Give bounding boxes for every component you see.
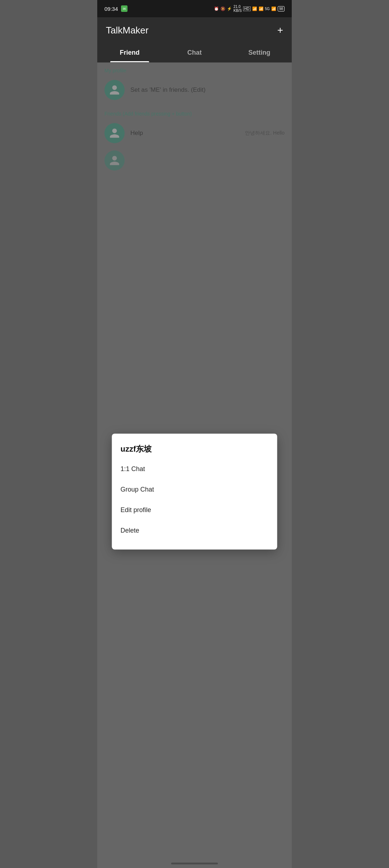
tab-setting[interactable]: Setting: [227, 43, 292, 62]
app-bar: TalkMaker +: [97, 17, 292, 43]
context-menu-item-group-chat[interactable]: Group Chat: [121, 479, 269, 500]
data-speed: 21.0KB/S: [233, 5, 242, 13]
app-title: TalkMaker: [106, 25, 148, 36]
context-menu-title: uzzf东坡: [121, 444, 269, 455]
signal-icon: 📶: [259, 6, 264, 11]
add-button[interactable]: +: [277, 25, 283, 35]
alarm-icon: ⏰: [214, 6, 219, 11]
context-menu-item-delete[interactable]: Delete: [121, 520, 269, 541]
status-icons: ⏰ 🔕 ⚡ 21.0KB/S HD 📶 📶 5G 📶 98: [214, 5, 285, 13]
5g-icon: 5G: [265, 7, 270, 11]
context-menu-item-edit-profile[interactable]: Edit profile: [121, 500, 269, 520]
bluetooth-icon: ⚡: [227, 6, 232, 11]
tab-bar: Friend Chat Setting: [97, 43, 292, 63]
signal-5g-icon: 📶: [271, 6, 276, 11]
message-icon: ✉: [121, 5, 128, 12]
context-menu-item-1-1-chat[interactable]: 1:1 Chat: [121, 459, 269, 479]
status-bar: 09:34 ✉ ⏰ 🔕 ⚡ 21.0KB/S HD 📶 📶 5G 📶 98: [97, 0, 292, 17]
mute-icon: 🔕: [220, 6, 225, 11]
main-content: My profile Set as 'ME' in friends. (Edit…: [97, 63, 292, 868]
tab-friend[interactable]: Friend: [97, 43, 162, 62]
hd-icon: HD: [243, 6, 250, 11]
battery-indicator: 98: [278, 6, 285, 12]
status-time: 09:34: [104, 6, 118, 12]
tab-chat[interactable]: Chat: [162, 43, 227, 62]
wifi-icon: 📶: [252, 6, 257, 11]
context-menu: uzzf东坡 1:1 Chat Group Chat Edit profile …: [112, 434, 277, 550]
